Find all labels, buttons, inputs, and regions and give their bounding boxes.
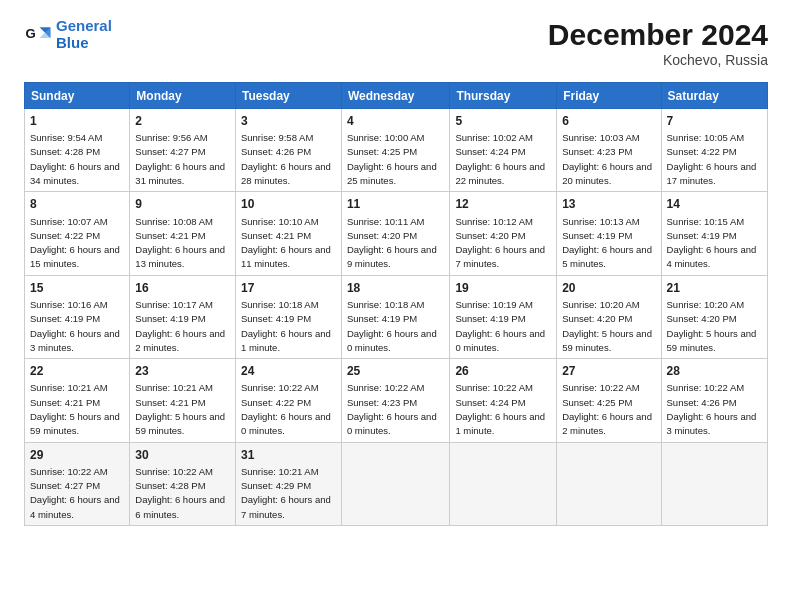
col-saturday: Saturday [661, 83, 767, 109]
day-info: Sunrise: 10:22 AMSunset: 4:27 PMDaylight… [30, 466, 120, 520]
table-row: 15 Sunrise: 10:16 AMSunset: 4:19 PMDayli… [25, 275, 130, 358]
day-number: 2 [135, 113, 230, 129]
day-number: 22 [30, 363, 124, 379]
day-info: Sunrise: 10:13 AMSunset: 4:19 PMDaylight… [562, 216, 652, 270]
table-row: 17 Sunrise: 10:18 AMSunset: 4:19 PMDayli… [235, 275, 341, 358]
day-info: Sunrise: 10:22 AMSunset: 4:26 PMDaylight… [667, 382, 757, 436]
day-number: 1 [30, 113, 124, 129]
day-info: Sunrise: 10:22 AMSunset: 4:22 PMDaylight… [241, 382, 331, 436]
table-row: 3 Sunrise: 9:58 AMSunset: 4:26 PMDayligh… [235, 109, 341, 192]
table-row: 18 Sunrise: 10:18 AMSunset: 4:19 PMDayli… [341, 275, 449, 358]
calendar-subtitle: Kochevo, Russia [548, 52, 768, 68]
calendar-week-row: 15 Sunrise: 10:16 AMSunset: 4:19 PMDayli… [25, 275, 768, 358]
day-number: 28 [667, 363, 762, 379]
page: G GeneralBlue December 2024 Kochevo, Rus… [0, 0, 792, 538]
day-info: Sunrise: 10:21 AMSunset: 4:21 PMDaylight… [135, 382, 225, 436]
day-info: Sunrise: 10:12 AMSunset: 4:20 PMDaylight… [455, 216, 545, 270]
table-row: 22 Sunrise: 10:21 AMSunset: 4:21 PMDayli… [25, 359, 130, 442]
table-row: 20 Sunrise: 10:20 AMSunset: 4:20 PMDayli… [557, 275, 661, 358]
day-number: 4 [347, 113, 444, 129]
day-number: 3 [241, 113, 336, 129]
table-row: 10 Sunrise: 10:10 AMSunset: 4:21 PMDayli… [235, 192, 341, 275]
empty-cell [450, 442, 557, 525]
day-info: Sunrise: 10:10 AMSunset: 4:21 PMDaylight… [241, 216, 331, 270]
calendar-week-row: 1 Sunrise: 9:54 AMSunset: 4:28 PMDayligh… [25, 109, 768, 192]
day-number: 18 [347, 280, 444, 296]
col-sunday: Sunday [25, 83, 130, 109]
table-row: 24 Sunrise: 10:22 AMSunset: 4:22 PMDayli… [235, 359, 341, 442]
day-number: 16 [135, 280, 230, 296]
table-row: 8 Sunrise: 10:07 AMSunset: 4:22 PMDaylig… [25, 192, 130, 275]
day-info: Sunrise: 10:22 AMSunset: 4:25 PMDaylight… [562, 382, 652, 436]
day-number: 8 [30, 196, 124, 212]
day-info: Sunrise: 10:11 AMSunset: 4:20 PMDaylight… [347, 216, 437, 270]
day-info: Sunrise: 9:58 AMSunset: 4:26 PMDaylight:… [241, 132, 331, 186]
day-info: Sunrise: 10:18 AMSunset: 4:19 PMDaylight… [241, 299, 331, 353]
day-info: Sunrise: 10:22 AMSunset: 4:23 PMDaylight… [347, 382, 437, 436]
calendar-header-row: Sunday Monday Tuesday Wednesday Thursday… [25, 83, 768, 109]
day-number: 24 [241, 363, 336, 379]
day-number: 12 [455, 196, 551, 212]
day-info: Sunrise: 10:16 AMSunset: 4:19 PMDaylight… [30, 299, 120, 353]
table-row: 12 Sunrise: 10:12 AMSunset: 4:20 PMDayli… [450, 192, 557, 275]
day-number: 25 [347, 363, 444, 379]
day-info: Sunrise: 10:19 AMSunset: 4:19 PMDaylight… [455, 299, 545, 353]
table-row: 19 Sunrise: 10:19 AMSunset: 4:19 PMDayli… [450, 275, 557, 358]
day-info: Sunrise: 10:08 AMSunset: 4:21 PMDaylight… [135, 216, 225, 270]
svg-text:G: G [26, 26, 36, 41]
table-row: 26 Sunrise: 10:22 AMSunset: 4:24 PMDayli… [450, 359, 557, 442]
header: G GeneralBlue December 2024 Kochevo, Rus… [24, 18, 768, 68]
table-row: 11 Sunrise: 10:11 AMSunset: 4:20 PMDayli… [341, 192, 449, 275]
calendar-body: 1 Sunrise: 9:54 AMSunset: 4:28 PMDayligh… [25, 109, 768, 526]
day-number: 29 [30, 447, 124, 463]
table-row: 14 Sunrise: 10:15 AMSunset: 4:19 PMDayli… [661, 192, 767, 275]
logo-icon: G [24, 21, 52, 49]
day-number: 10 [241, 196, 336, 212]
col-thursday: Thursday [450, 83, 557, 109]
empty-cell [557, 442, 661, 525]
table-row: 9 Sunrise: 10:08 AMSunset: 4:21 PMDaylig… [130, 192, 236, 275]
table-row: 5 Sunrise: 10:02 AMSunset: 4:24 PMDaylig… [450, 109, 557, 192]
day-number: 6 [562, 113, 655, 129]
table-row: 31 Sunrise: 10:21 AMSunset: 4:29 PMDayli… [235, 442, 341, 525]
day-number: 15 [30, 280, 124, 296]
day-number: 30 [135, 447, 230, 463]
day-number: 19 [455, 280, 551, 296]
day-info: Sunrise: 10:17 AMSunset: 4:19 PMDaylight… [135, 299, 225, 353]
empty-cell [341, 442, 449, 525]
empty-cell [661, 442, 767, 525]
table-row: 4 Sunrise: 10:00 AMSunset: 4:25 PMDaylig… [341, 109, 449, 192]
col-friday: Friday [557, 83, 661, 109]
day-info: Sunrise: 10:07 AMSunset: 4:22 PMDaylight… [30, 216, 120, 270]
day-number: 9 [135, 196, 230, 212]
logo: G GeneralBlue [24, 18, 112, 51]
day-info: Sunrise: 10:02 AMSunset: 4:24 PMDaylight… [455, 132, 545, 186]
table-row: 27 Sunrise: 10:22 AMSunset: 4:25 PMDayli… [557, 359, 661, 442]
day-number: 31 [241, 447, 336, 463]
day-info: Sunrise: 10:20 AMSunset: 4:20 PMDaylight… [667, 299, 757, 353]
day-number: 21 [667, 280, 762, 296]
table-row: 6 Sunrise: 10:03 AMSunset: 4:23 PMDaylig… [557, 109, 661, 192]
calendar-week-row: 29 Sunrise: 10:22 AMSunset: 4:27 PMDayli… [25, 442, 768, 525]
day-number: 17 [241, 280, 336, 296]
day-info: Sunrise: 10:03 AMSunset: 4:23 PMDaylight… [562, 132, 652, 186]
day-info: Sunrise: 10:18 AMSunset: 4:19 PMDaylight… [347, 299, 437, 353]
table-row: 25 Sunrise: 10:22 AMSunset: 4:23 PMDayli… [341, 359, 449, 442]
day-number: 26 [455, 363, 551, 379]
day-info: Sunrise: 10:22 AMSunset: 4:24 PMDaylight… [455, 382, 545, 436]
day-number: 5 [455, 113, 551, 129]
calendar-table: Sunday Monday Tuesday Wednesday Thursday… [24, 82, 768, 526]
col-monday: Monday [130, 83, 236, 109]
day-info: Sunrise: 10:00 AMSunset: 4:25 PMDaylight… [347, 132, 437, 186]
day-info: Sunrise: 9:54 AMSunset: 4:28 PMDaylight:… [30, 132, 120, 186]
table-row: 29 Sunrise: 10:22 AMSunset: 4:27 PMDayli… [25, 442, 130, 525]
day-info: Sunrise: 9:56 AMSunset: 4:27 PMDaylight:… [135, 132, 225, 186]
day-number: 13 [562, 196, 655, 212]
day-info: Sunrise: 10:21 AMSunset: 4:21 PMDaylight… [30, 382, 120, 436]
table-row: 23 Sunrise: 10:21 AMSunset: 4:21 PMDayli… [130, 359, 236, 442]
day-info: Sunrise: 10:20 AMSunset: 4:20 PMDaylight… [562, 299, 652, 353]
col-tuesday: Tuesday [235, 83, 341, 109]
calendar-week-row: 8 Sunrise: 10:07 AMSunset: 4:22 PMDaylig… [25, 192, 768, 275]
day-number: 20 [562, 280, 655, 296]
table-row: 13 Sunrise: 10:13 AMSunset: 4:19 PMDayli… [557, 192, 661, 275]
